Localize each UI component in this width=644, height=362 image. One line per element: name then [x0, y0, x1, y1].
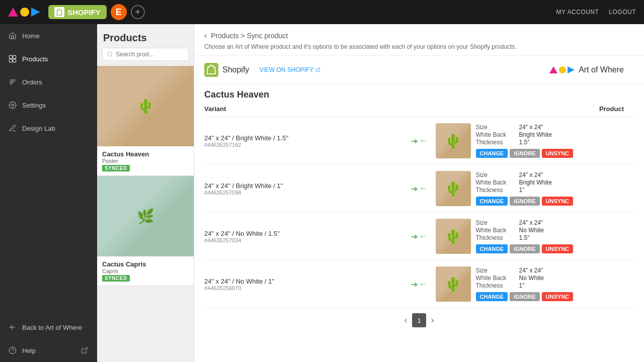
shopify-bag-large-icon [204, 63, 218, 77]
search-box[interactable] [102, 48, 189, 61]
aow-chevron-icon [568, 66, 575, 73]
product-variant-details: Size 24" x 24" White Back Bright White T… [476, 124, 634, 158]
view-on-shopify-link[interactable]: VIEW ON SHOPIFY [259, 66, 320, 73]
logo-circle-icon [20, 8, 29, 17]
design-lab-icon [8, 124, 17, 133]
size-row: Size 24" x 24" [476, 219, 634, 226]
add-platform-button[interactable]: + [131, 5, 145, 19]
arrow-right-icon: ➔ [411, 184, 418, 194]
shopify-platform: Shopify VIEW ON SHOPIFY [204, 63, 414, 77]
white-back-row: White Back No White [476, 227, 634, 234]
ignore-button[interactable]: IGNORE [510, 244, 539, 253]
breadcrumb-text: Products > Sync product [211, 32, 288, 40]
arrow-left-icon: ← [420, 280, 428, 289]
sync-arrows: ➔ ← [403, 280, 436, 289]
product-sync-block: Cactus Heaven Variant Product 24" x 24" … [194, 84, 644, 332]
variant-title: 24" x 24" / Bright White / 1" [204, 182, 403, 190]
white-back-row: White Back Bright White [476, 179, 634, 186]
search-icon [107, 51, 113, 58]
variant-info: 24" x 24" / Bright White / 1" #446352570… [204, 182, 403, 196]
search-input[interactable] [116, 51, 184, 58]
ignore-button[interactable]: IGNORE [510, 149, 539, 158]
variant-info: 24" x 24" / Bright White / 1.5" #4463525… [204, 134, 403, 148]
content-description: Choose an Art of Where product and it's … [204, 43, 634, 50]
variant-title: 24" x 24" / No White / 1.5" [204, 230, 403, 237]
unsync-button[interactable]: UNSYNC [542, 244, 573, 253]
thickness-value: 1.5" [519, 139, 530, 146]
size-value: 24" x 24" [519, 171, 543, 178]
list-item[interactable]: Cactus Capris Capris SYNCED [97, 176, 194, 286]
logout-link[interactable]: LOGOUT [609, 9, 636, 16]
product-variant-thumbnail [436, 171, 471, 206]
page-1-button[interactable]: 1 [412, 313, 426, 327]
variant-info: 24" x 24" / No White / 1.5" #44635257034 [204, 230, 403, 243]
product-type: Capris [102, 268, 189, 274]
next-page-button[interactable]: › [429, 314, 436, 327]
sidebar-item-back-to-aow[interactable]: Back to Art of Where [0, 316, 97, 339]
size-label: Size [476, 219, 516, 226]
etsy-platform-button[interactable]: E [111, 4, 127, 20]
size-row: Size 24" x 24" [476, 171, 634, 178]
unsync-button[interactable]: UNSYNC [542, 197, 573, 206]
white-back-value: Bright White [519, 131, 552, 138]
change-button[interactable]: CHANGE [476, 197, 508, 206]
product-column-header: Product [414, 105, 634, 113]
help-left: Help [8, 346, 36, 355]
product-variant-thumbnail [436, 266, 471, 302]
table-row: 24" x 24" / Bright White / 1" #446352570… [204, 165, 634, 213]
variant-actions: CHANGE IGNORE UNSYNC [476, 149, 634, 158]
logo-chevron-icon [31, 8, 40, 17]
sidebar-item-settings[interactable]: Settings [0, 94, 97, 117]
sidebar-home-label: Home [22, 32, 40, 40]
svg-rect-0 [9, 55, 12, 58]
synced-badge: SYNCED [102, 275, 130, 282]
sidebar-item-products[interactable]: Products [0, 47, 97, 70]
change-button[interactable]: CHANGE [476, 292, 508, 301]
list-item[interactable]: Cactus Heaven Poster SYNCED [97, 66, 194, 176]
sidebar-help-item[interactable]: Help [0, 339, 97, 362]
sidebar-item-home[interactable]: Home [0, 24, 97, 47]
products-panel: Products Cactus Heaven Poster SYNCED [97, 24, 194, 362]
white-back-value: No White [519, 227, 544, 234]
products-icon [8, 54, 17, 63]
thickness-value: 1.5" [519, 234, 530, 241]
shopify-platform-button[interactable]: SHOPIFY [48, 5, 107, 19]
thickness-label: Thickness [476, 187, 516, 194]
shopify-platform-name: Shopify [222, 65, 249, 74]
variant-actions: CHANGE IGNORE UNSYNC [476, 292, 634, 301]
back-button[interactable]: ‹ [204, 31, 207, 40]
sidebar-bottom: Back to Art of Where Help [0, 316, 97, 362]
unsync-button[interactable]: UNSYNC [542, 292, 573, 301]
variant-sku: #44635257098 [204, 190, 403, 196]
white-back-row: White Back Bright White [476, 131, 634, 138]
sidebar-item-design-lab[interactable]: Design Lab [0, 117, 97, 140]
arrow-right-icon: ➔ [411, 136, 418, 146]
change-button[interactable]: CHANGE [476, 244, 508, 253]
product-name: Cactus Capris [102, 260, 189, 268]
white-back-label: White Back [476, 179, 516, 186]
ignore-button[interactable]: IGNORE [510, 292, 539, 301]
size-row: Size 24" x 24" [476, 124, 634, 131]
product-type: Poster [102, 158, 189, 164]
my-account-link[interactable]: MY ACCOUNT [556, 9, 599, 16]
arrow-left-icon: ← [420, 184, 428, 193]
product-variant-details: Size 24" x 24" White Back No White Thick… [476, 219, 634, 253]
sidebar-item-orders[interactable]: Orders [0, 70, 97, 94]
sidebar: Home Products Orders Settings Design Lab [0, 24, 97, 362]
external-link-icon [80, 346, 89, 355]
size-value: 24" x 24" [519, 124, 543, 131]
prev-page-button[interactable]: ‹ [403, 314, 409, 327]
sync-arrows: ➔ ← [403, 232, 436, 241]
change-button[interactable]: CHANGE [476, 149, 508, 158]
variant-info: 24" x 24" / No White / 1" #44635256970 [204, 278, 403, 291]
arrow-right-icon: ➔ [411, 232, 418, 241]
sidebar-back-aow-label: Back to Art of Where [22, 324, 82, 331]
svg-rect-3 [13, 59, 16, 62]
unsync-button[interactable]: UNSYNC [542, 149, 573, 158]
orders-icon [8, 77, 17, 86]
product-card-info: Cactus Capris Capris SYNCED [97, 256, 194, 286]
variant-column-header: Variant [204, 105, 414, 113]
size-label: Size [476, 171, 516, 178]
ignore-button[interactable]: IGNORE [510, 197, 539, 206]
sidebar-settings-label: Settings [22, 102, 46, 109]
